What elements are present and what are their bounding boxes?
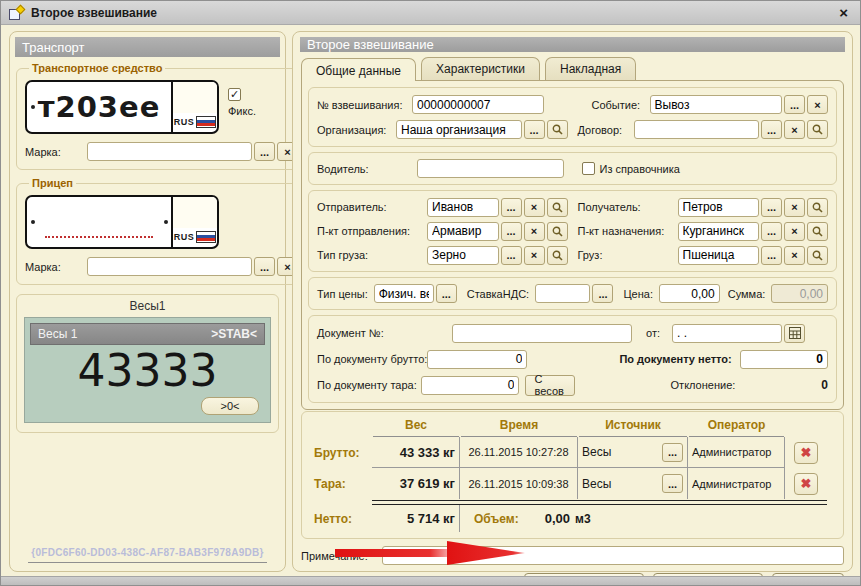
doc-gross-input[interactable]: [427, 350, 527, 369]
russia-flag-icon: [196, 231, 216, 243]
window-bottom-edge: [1, 576, 860, 585]
doc-date-calendar-button[interactable]: [784, 324, 805, 343]
fixed-label: Фикс.: [228, 105, 256, 117]
trailer-brand-label: Марка:: [25, 261, 87, 273]
driver-input[interactable]: [417, 159, 563, 178]
tare-delete-cell: ✖: [785, 468, 827, 499]
titlebar[interactable]: Второе взвешивание ×: [1, 1, 860, 25]
departure-label: П-кт отправления:: [317, 225, 427, 237]
event-clear-button[interactable]: ×: [807, 95, 828, 114]
weighing-number-label: № взвешивания:: [317, 99, 412, 111]
organization-input[interactable]: [396, 120, 522, 139]
doc-date-input[interactable]: [672, 324, 782, 343]
receiver-select-button[interactable]: ...: [761, 198, 782, 217]
sender-input[interactable]: [427, 198, 499, 217]
tare-source-cell: Весы ...: [578, 468, 688, 499]
destination-input[interactable]: [678, 222, 760, 241]
vat-select-button[interactable]: ...: [592, 284, 613, 303]
departure-input[interactable]: [427, 222, 499, 241]
gross-delete-button[interactable]: ✖: [794, 442, 818, 464]
receiver-search-button[interactable]: [807, 198, 828, 217]
from-catalog-checkbox[interactable]: [582, 162, 595, 175]
price-type-select-button[interactable]: ...: [436, 284, 457, 303]
trailer-plate-input-line[interactable]: [45, 236, 153, 238]
volume-cell: Объем: 0,00 м3: [460, 505, 785, 532]
departure-select-button[interactable]: ...: [501, 222, 522, 241]
scales-group: Весы1 Весы 1 >STAB< 43333 >0<: [16, 294, 279, 433]
tab-characteristics[interactable]: Характеристики: [421, 57, 540, 80]
price-type-input[interactable]: [374, 284, 434, 303]
tab-invoice[interactable]: Накладная: [545, 57, 636, 80]
volume-value: 0,00: [545, 511, 570, 526]
trailer-brand-select-button[interactable]: ...: [254, 257, 275, 276]
contract-select-button[interactable]: ...: [761, 120, 782, 139]
trailer-group: Прицеп RUS: [16, 177, 307, 285]
plate-country-code: RUS: [174, 117, 195, 127]
receiver-input[interactable]: [678, 198, 760, 217]
col-header-operator: Оператор: [689, 415, 784, 437]
doc-number-input[interactable]: [452, 324, 632, 343]
contract-label: Договор:: [578, 124, 634, 136]
scale-display: Весы 1 >STAB< 43333 >0<: [24, 317, 271, 423]
trailer-plate-region[interactable]: [173, 197, 217, 228]
contract-search-button[interactable]: [807, 120, 828, 139]
from-scales-button[interactable]: С весов: [525, 375, 574, 396]
plate-bolt-icon: [164, 220, 168, 224]
gross-source-select-button[interactable]: ...: [662, 443, 683, 462]
receiver-clear-button[interactable]: ×: [784, 198, 805, 217]
net-row-label: Нетто:: [310, 505, 372, 532]
contract-clear-button[interactable]: ×: [784, 120, 805, 139]
doc-tare-input[interactable]: [421, 376, 520, 395]
parties-group: Отправитель: ... × Получатель: ... ×: [308, 190, 837, 272]
cargo-type-clear-button[interactable]: ×: [524, 246, 545, 265]
scale-weight-value: 43333: [30, 345, 265, 397]
tare-source-select-button[interactable]: ...: [662, 474, 683, 493]
doc-net-input[interactable]: [740, 350, 828, 369]
cargo-input[interactable]: [678, 246, 760, 265]
departure-search-button[interactable]: [547, 222, 568, 241]
scale-zero-button[interactable]: >0<: [201, 397, 259, 415]
departure-clear-button[interactable]: ×: [524, 222, 545, 241]
sender-clear-button[interactable]: ×: [524, 198, 545, 217]
vehicle-brand-input[interactable]: [87, 142, 252, 161]
cargo-type-search-button[interactable]: [547, 246, 568, 265]
destination-search-button[interactable]: [807, 222, 828, 241]
organization-select-button[interactable]: ...: [524, 120, 545, 139]
event-select-button[interactable]: ...: [784, 95, 805, 114]
cargo-type-select-button[interactable]: ...: [501, 246, 522, 265]
gross-row-label: Брутто:: [310, 437, 372, 468]
vat-input[interactable]: [535, 284, 590, 303]
cargo-select-button[interactable]: ...: [761, 246, 782, 265]
destination-clear-button[interactable]: ×: [784, 222, 805, 241]
close-window-button[interactable]: ×: [835, 5, 852, 20]
vehicle-brand-select-button[interactable]: ...: [254, 142, 275, 161]
trailer-brand-input[interactable]: [87, 257, 252, 276]
scale-name: Весы 1: [38, 327, 77, 341]
plate-bolt-icon: [31, 220, 35, 224]
vehicle-plate-region[interactable]: [173, 82, 217, 113]
trailer-plate[interactable]: RUS: [25, 195, 219, 249]
contract-input[interactable]: [634, 120, 760, 139]
event-input[interactable]: [650, 95, 783, 114]
doc-net-label: По документу нетто:: [619, 353, 731, 365]
vehicle-plate-number[interactable]: т203ее: [38, 90, 161, 124]
vehicle-plate[interactable]: т203ее RUS: [25, 80, 219, 134]
doc-tare-label: По документу тара:: [317, 379, 421, 391]
sender-select-button[interactable]: ...: [501, 198, 522, 217]
sender-search-button[interactable]: [547, 198, 568, 217]
fixed-checkbox[interactable]: ✓: [228, 88, 241, 101]
weighing-number-input[interactable]: [412, 95, 544, 114]
transport-header: Транспорт: [15, 37, 280, 57]
destination-select-button[interactable]: ...: [761, 222, 782, 241]
price-group: Тип цены: ... СтавкаНДС: ... Цена: Сумма…: [308, 277, 837, 310]
organization-search-button[interactable]: [547, 120, 568, 139]
cargo-type-input[interactable]: [427, 246, 499, 265]
scales-group-caption: Весы1: [24, 299, 271, 313]
cargo-clear-button[interactable]: ×: [784, 246, 805, 265]
cargo-search-button[interactable]: [807, 246, 828, 265]
price-label: Цена:: [623, 288, 653, 300]
tab-general[interactable]: Общие данные: [301, 58, 416, 81]
red-arrow-annotation: [335, 541, 525, 565]
price-input[interactable]: [659, 284, 720, 303]
tare-delete-button[interactable]: ✖: [794, 473, 818, 495]
